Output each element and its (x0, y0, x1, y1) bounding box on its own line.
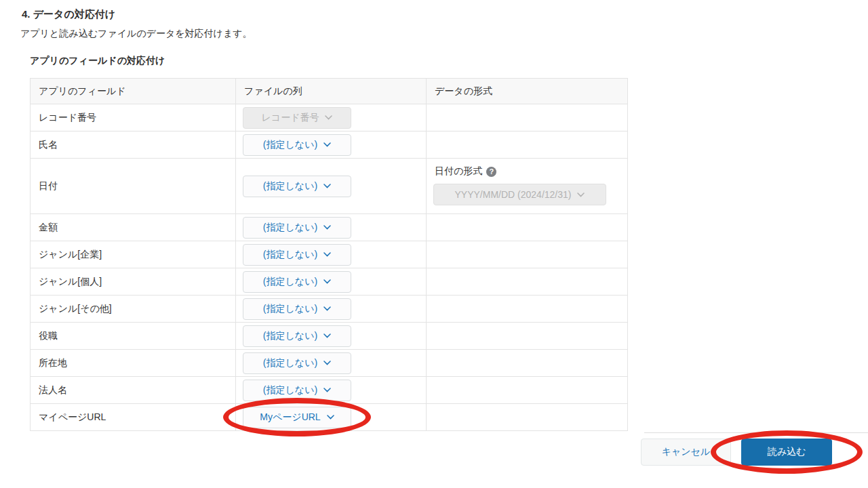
cancel-button[interactable]: キャンセル (641, 439, 731, 466)
file-column-select-location[interactable]: (指定しない) (243, 352, 351, 374)
field-label: 金額 (31, 214, 236, 241)
file-column-value: (指定しない) (263, 222, 317, 234)
chevron-down-icon (325, 115, 332, 120)
file-column-select-date[interactable]: (指定しない) (243, 176, 351, 197)
page-description: アプリと読み込むファイルのデータを対応付けます。 (20, 28, 252, 40)
chevron-down-icon (323, 142, 331, 147)
file-column-select-genre-other[interactable]: (指定しない) (243, 298, 351, 320)
chevron-down-icon (323, 361, 331, 365)
file-column-select-corporate-name[interactable]: (指定しない) (243, 380, 351, 401)
chevron-down-icon (323, 279, 331, 284)
field-label: 役職 (31, 323, 236, 350)
date-format-select: YYYY/MM/DD (2024/12/31) (433, 184, 606, 205)
table-row: レコード番号 レコード番号 (31, 104, 628, 131)
table-row: マイページURL MyページURL (31, 404, 628, 431)
section-title: アプリのフィールドの対応付け (30, 55, 165, 67)
file-column-value: レコード番号 (262, 112, 319, 124)
table-row: ジャンル[その他] (指定しない) (31, 296, 628, 323)
chevron-down-icon (327, 415, 334, 420)
file-column-select-name[interactable]: (指定しない) (243, 134, 351, 156)
field-label: ジャンル[その他] (31, 296, 236, 323)
chevron-down-icon (323, 225, 331, 230)
field-label: 日付 (31, 159, 236, 214)
table-row: 氏名 (指定しない) (31, 131, 628, 159)
file-column-select-genre-company[interactable]: (指定しない) (243, 244, 351, 266)
file-column-select-record-number: レコード番号 (243, 107, 351, 129)
field-label: ジャンル[個人] (31, 268, 236, 296)
file-column-select-genre-individual[interactable]: (指定しない) (243, 271, 351, 293)
table-header-row: アプリのフィールド ファイルの列 データの形式 (31, 79, 628, 104)
import-button[interactable]: 読み込む (741, 439, 832, 466)
chevron-down-icon (323, 388, 331, 392)
chevron-down-icon (323, 306, 331, 311)
table-row: ジャンル[企業] (指定しない) (31, 241, 628, 268)
column-header-app-field: アプリのフィールド (31, 79, 236, 104)
table-row: 所在地 (指定しない) (31, 350, 628, 377)
field-label: 所在地 (31, 350, 236, 377)
table-row: ジャンル[個人] (指定しない) (31, 268, 628, 296)
file-column-select-position[interactable]: (指定しない) (243, 325, 351, 347)
table-row: 日付 (指定しない) 日付の形式 ? YYYY/MM/DD (2024/12/3… (31, 159, 628, 214)
field-label: ジャンル[企業] (31, 241, 236, 268)
date-format-value: YYYY/MM/DD (2024/12/31) (455, 189, 572, 200)
chevron-down-icon (323, 333, 331, 338)
file-column-value: (指定しない) (263, 180, 317, 192)
file-column-select-amount[interactable]: (指定しない) (243, 217, 351, 239)
footer-divider (644, 432, 868, 433)
table-row: 法人名 (指定しない) (31, 377, 628, 404)
table-row: 役職 (指定しない) (31, 323, 628, 350)
date-format-label: 日付の形式 (435, 165, 482, 178)
chevron-down-icon (323, 252, 331, 257)
file-column-value: (指定しない) (263, 303, 317, 315)
column-header-file-column: ファイルの列 (236, 79, 427, 104)
chevron-down-icon (577, 192, 585, 197)
page-title: 4. データの対応付け (22, 8, 115, 21)
field-label: 氏名 (31, 131, 236, 159)
file-column-value: MyページURL (260, 411, 320, 424)
help-icon[interactable]: ? (486, 167, 496, 177)
file-column-value: (指定しない) (263, 139, 317, 151)
field-label: レコード番号 (31, 104, 236, 131)
file-column-value: (指定しない) (263, 276, 317, 288)
chevron-down-icon (323, 184, 331, 188)
column-header-data-format: データの形式 (427, 79, 628, 104)
field-label: 法人名 (31, 377, 236, 404)
file-column-value: (指定しない) (263, 330, 317, 342)
field-mapping-table: アプリのフィールド ファイルの列 データの形式 レコード番号 レコード番号 氏名… (30, 78, 628, 431)
file-column-value: (指定しない) (263, 384, 317, 396)
file-column-value: (指定しない) (263, 249, 317, 261)
field-label: マイページURL (31, 404, 236, 431)
file-column-select-mypage-url[interactable]: MyページURL (243, 407, 351, 428)
file-column-value: (指定しない) (263, 357, 317, 369)
table-row: 金額 (指定しない) (31, 214, 628, 241)
